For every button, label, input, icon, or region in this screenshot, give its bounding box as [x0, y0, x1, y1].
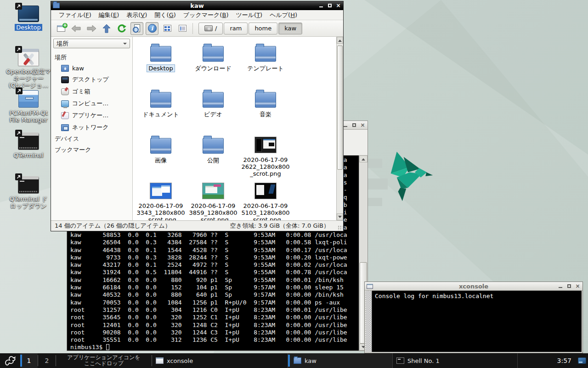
close-icon[interactable]: × — [575, 283, 581, 289]
minimize-icon[interactable] — [318, 3, 324, 9]
sidebar-item-デスクトップ[interactable]: デスクトップ — [51, 74, 132, 86]
file-item[interactable]: ダウンロード — [187, 40, 239, 86]
minimize-icon[interactable] — [557, 283, 563, 289]
sidebar-item-コンピュー…[interactable]: コンピュー… — [51, 98, 132, 109]
sidebar-item-label: アプリケー… — [72, 111, 108, 120]
workspace-button-1[interactable]: 1 — [20, 353, 38, 368]
file-scroll-track[interactable] — [337, 44, 343, 213]
image-thumbnail — [202, 183, 224, 199]
chevron-down-icon — [123, 43, 127, 46]
window-title: xconsole — [365, 283, 582, 290]
taskbar: 12 アプリケーションアイコンを ここへドロップ xconsolekawShel… — [0, 353, 588, 368]
file-manager-window[interactable]: kaw × ファイル(F)編集(E)表示(V)開く(G)ブックマーク(B)ツール… — [51, 1, 344, 231]
desktop-icon-label: QTerminal ド ロップダウン — [8, 196, 49, 209]
file-manager-titlebar[interactable]: kaw × — [51, 1, 343, 10]
up-button[interactable] — [100, 22, 113, 35]
close-icon[interactable]: × — [360, 122, 366, 128]
show-desktop-icon — [578, 357, 586, 364]
desktop-icon-PCManFM-Qt[interactable]: PCManFM-Qt File Manager — [5, 90, 52, 123]
file-label: Desktop — [147, 64, 175, 72]
path-button-root[interactable]: / — [198, 23, 223, 34]
file-label: 音楽 — [258, 110, 273, 118]
menu-item-2[interactable]: 表示(V) — [123, 10, 150, 20]
new-window-button[interactable]: + — [55, 22, 68, 35]
info-toggle-button[interactable]: i — [146, 22, 158, 35]
compact-view-button[interactable] — [176, 22, 189, 35]
back-button[interactable] — [70, 22, 83, 35]
sidebar-section-ブックマーク: ブックマーク — [51, 144, 132, 155]
forward-button[interactable] — [85, 22, 98, 35]
up-arrow-icon — [102, 24, 111, 33]
menu-item-6[interactable]: ヘルプ(H) — [266, 10, 300, 20]
xconsole-titlebar[interactable]: xconsole × — [365, 282, 582, 291]
file-item[interactable]: 2020-06-17-09 5103_1280x800 _scrot.png — [239, 178, 292, 220]
file-icon-wrap — [203, 40, 224, 62]
desktop-icon-Openbox設定マ[interactable]: Openbox設定マ ネージャー (Qtバージョ… — [5, 49, 52, 89]
scroll-up-icon[interactable] — [337, 37, 343, 44]
sidebar-item-label: コンピュー… — [72, 99, 108, 108]
menu-item-1[interactable]: 編集(E) — [96, 10, 122, 20]
xconsole-scrollbar[interactable] — [366, 291, 372, 352]
sidebar-item-label: ネットワーク — [72, 123, 109, 132]
icon-view-button[interactable] — [161, 22, 174, 35]
path-button-home[interactable]: home — [249, 23, 277, 34]
file-item[interactable]: テンプレート — [239, 40, 292, 86]
menu-item-5[interactable]: ツール(T) — [232, 10, 266, 20]
file-item[interactable]: ビデオ — [187, 86, 239, 132]
sidebar-item-ネットワーク[interactable]: ネットワーク — [51, 121, 132, 133]
xconsole-window[interactable]: xconsole × Console log for nimbus13.loca… — [364, 282, 583, 353]
shortcut-arrow-icon — [16, 87, 23, 94]
sidebar-item-kaw[interactable]: kaw — [51, 63, 132, 74]
close-icon[interactable]: × — [335, 3, 341, 9]
task-button-Shell No. 1[interactable]: Shell No. 1 — [393, 353, 518, 368]
shortcut-arrow-icon — [15, 173, 22, 180]
file-list-view[interactable]: Desktopダウンロードテンプレートドキュメントビデオ音楽画像公開2020-0… — [133, 37, 336, 220]
menu-item-3[interactable]: 開く(G) — [151, 10, 179, 20]
file-icon-wrap — [150, 132, 171, 154]
clock[interactable]: 3:57 — [553, 353, 576, 368]
file-item[interactable]: 2020-06-17-09 3343_1280x800 _scrot.png — [135, 178, 187, 220]
maximize-icon[interactable] — [327, 3, 333, 9]
file-list-scrollbar[interactable] — [336, 37, 343, 220]
path-button-kaw[interactable]: kaw — [278, 23, 302, 34]
main-menu-button[interactable] — [0, 353, 20, 368]
maximize-icon[interactable] — [351, 122, 357, 128]
resize-grip[interactable] — [338, 225, 342, 230]
file-item[interactable]: Desktop — [135, 40, 187, 86]
menu-item-4[interactable]: ブックマーク(B) — [180, 10, 232, 20]
maximize-icon[interactable] — [566, 283, 572, 289]
menu-item-0[interactable]: ファイル(F) — [56, 10, 95, 20]
file-item[interactable]: 画像 — [135, 132, 187, 178]
file-item[interactable]: ドキュメント — [135, 86, 187, 132]
scroll-up-icon[interactable] — [359, 155, 368, 162]
task-button-kaw[interactable]: kaw — [288, 353, 393, 368]
folder-icon — [203, 46, 224, 62]
sidebar-item-ゴミ箱[interactable]: ゴミ箱 — [51, 86, 132, 98]
sidebar-mode-select[interactable]: 場所 — [53, 39, 130, 48]
file-item[interactable]: 2020-06-17-09 3859_1280x800 _scrot.png — [187, 178, 239, 220]
file-item[interactable]: 2020-06-17-09 2622_1280x800 _scrot.png — [239, 132, 292, 178]
path-button-ram[interactable]: ram — [224, 23, 248, 34]
file-scroll-thumb[interactable] — [337, 46, 343, 170]
show-desktop-button[interactable] — [576, 353, 588, 368]
folder-icon — [150, 138, 171, 154]
folder-icon — [255, 46, 276, 62]
file-item[interactable]: 公開 — [187, 132, 239, 178]
scroll-down-icon[interactable] — [337, 213, 343, 220]
workspace-button-2[interactable]: 2 — [38, 353, 56, 368]
file-item[interactable]: 音楽 — [239, 86, 292, 132]
file-label: 2020-06-17-09 5103_1280x800 _scrot.png — [239, 202, 291, 220]
task-button-xconsole[interactable]: xconsole — [152, 353, 288, 368]
sidebar-item-アプリケー…[interactable]: アプリケー… — [51, 109, 132, 121]
new-window-icon: + — [57, 25, 65, 32]
file-icon-wrap — [150, 178, 172, 199]
file-label: 2020-06-17-09 3343_1280x800 _scrot.png — [135, 202, 187, 220]
preview-toggle-button[interactable] — [130, 22, 143, 35]
desktop-icon-QTerminal ド[interactable]: QTerminal ド ロップダウン — [5, 176, 52, 209]
desktop-icon-label: PCManFM-Qt File Manager — [8, 109, 49, 123]
file-icon-wrap — [254, 178, 277, 199]
desktop-icon-QTerminal[interactable]: QTerminal — [5, 132, 52, 159]
desktop-icon-Desktop[interactable]: Desktop — [5, 6, 52, 31]
reload-button[interactable] — [115, 22, 128, 35]
file-label: ダウンロード — [193, 64, 233, 72]
